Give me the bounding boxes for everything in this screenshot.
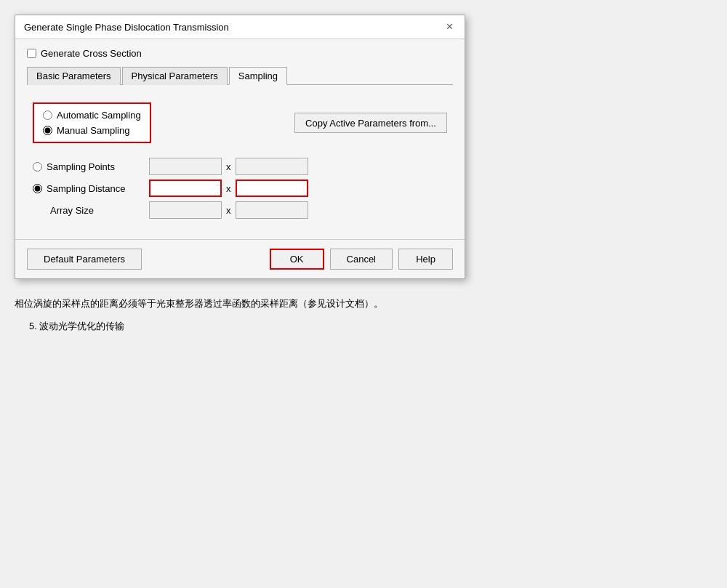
ok-button[interactable]: OK (270, 249, 324, 270)
sampling-points-label-group: Sampling Points (33, 161, 149, 172)
copy-params-button[interactable]: Copy Active Parameters from... (294, 113, 447, 133)
manual-sampling-label[interactable]: Manual Sampling (57, 125, 129, 136)
dialog-content: Generate Cross Section Basic Parameters … (15, 39, 465, 239)
dialog-footer: Default Parameters OK Cancel Help (15, 239, 465, 278)
sampling-distance-label-group: Sampling Distance (33, 183, 149, 194)
sampling-points-row: Sampling Points 267 x 267 (33, 158, 447, 175)
dialog-overlay: Generate Single Phase Dislocation Transm… (15, 15, 712, 334)
below-paragraph: 相位涡旋的采样点的距离必须等于光束整形器透过率函数的采样距离（参见设计文档）。 (15, 297, 383, 312)
sampling-points-label[interactable]: Sampling Points (47, 161, 115, 172)
sampling-distance-label[interactable]: Sampling Distance (47, 183, 125, 194)
cross-section-label[interactable]: Generate Cross Section (41, 48, 142, 59)
sampling-distance-x2-input[interactable]: 15 μm (236, 180, 308, 197)
manual-sampling-radio[interactable] (43, 126, 52, 135)
array-size-row: Array Size 4.005 mm x 4.005 mm (33, 201, 447, 219)
cancel-button[interactable]: Cancel (330, 249, 393, 270)
dialog-title: Generate Single Phase Dislocation Transm… (24, 22, 229, 33)
default-parameters-button[interactable]: Default Parameters (27, 249, 142, 270)
sampling-points-values: 267 x 267 (149, 158, 447, 175)
x-separator-3: x (226, 205, 231, 216)
sampling-tab-panel: Automatic Sampling Manual Sampling Copy … (27, 95, 453, 230)
dialog-titlebar: Generate Single Phase Dislocation Transm… (15, 15, 465, 39)
array-size-x-input: 4.005 mm (149, 201, 222, 219)
section-item: 5. 波动光学优化的传输 (15, 319, 383, 334)
auto-sampling-radio[interactable] (43, 110, 52, 120)
auto-sampling-label[interactable]: Automatic Sampling (57, 110, 141, 121)
auto-sampling-option: Automatic Sampling (43, 110, 141, 121)
sampling-distance-row: Sampling Distance 15 μm x 15 μm (33, 180, 447, 197)
array-size-label-group: Array Size (33, 205, 149, 216)
sampling-distance-x-input[interactable]: 15 μm (149, 180, 222, 197)
help-button[interactable]: Help (398, 249, 453, 270)
sampling-points-radio[interactable] (33, 162, 42, 172)
array-size-x2-input: 4.005 mm (236, 201, 308, 219)
sampling-mode-radio-group: Automatic Sampling Manual Sampling (33, 102, 151, 143)
dialog-window: Generate Single Phase Dislocation Transm… (15, 15, 465, 279)
manual-sampling-option: Manual Sampling (43, 125, 141, 136)
tab-sampling[interactable]: Sampling (229, 67, 287, 85)
array-size-label: Array Size (50, 205, 94, 216)
tabs-bar: Basic Parameters Physical Parameters Sam… (27, 66, 453, 85)
x-separator-1: x (226, 161, 231, 172)
sampling-mode-section: Automatic Sampling Manual Sampling Copy … (33, 102, 447, 143)
array-size-values: 4.005 mm x 4.005 mm (149, 201, 447, 219)
close-button[interactable]: × (443, 21, 456, 33)
cross-section-checkbox[interactable] (27, 49, 36, 58)
tab-basic-parameters[interactable]: Basic Parameters (27, 67, 121, 85)
x-separator-2: x (226, 183, 231, 194)
sampling-points-x-input[interactable]: 267 (149, 158, 222, 175)
sampling-distance-values: 15 μm x 15 μm (149, 180, 447, 197)
parameters-table: Sampling Points 267 x 267 Sampling Dista… (33, 158, 447, 219)
below-dialog-text: 相位涡旋的采样点的距离必须等于光束整形器透过率函数的采样距离（参见设计文档）。 … (15, 297, 383, 334)
cross-section-row: Generate Cross Section (27, 48, 453, 59)
sampling-distance-radio[interactable] (33, 184, 42, 193)
tab-physical-parameters[interactable]: Physical Parameters (122, 67, 228, 85)
sampling-points-x2-input[interactable]: 267 (236, 158, 308, 175)
